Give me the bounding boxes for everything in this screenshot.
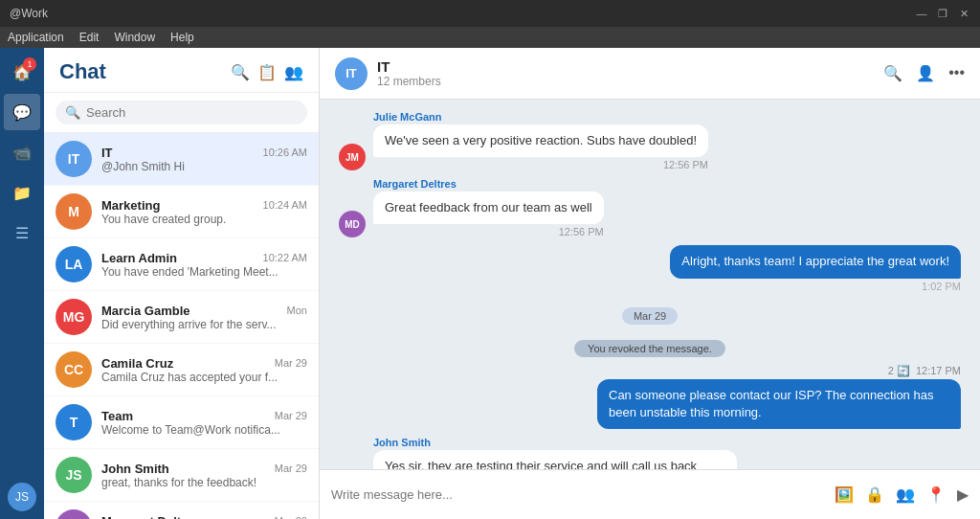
sender-name: Margaret Deltres	[373, 178, 604, 190]
chat-item-time: Mar 28	[275, 515, 307, 519]
chat-list-item[interactable]: MD Margaret Deltres Mar 28 yeap, see you…	[44, 502, 319, 519]
chat-item-time: 10:26 AM	[263, 147, 307, 158]
chat-list-item[interactable]: CC Camila Cruz Mar 29 Camila Cruz has ac…	[44, 344, 319, 396]
new-chat-icon[interactable]: 📋	[257, 63, 277, 81]
nav-home[interactable]: 🏠 1	[4, 54, 40, 90]
input-actions: 🖼️ 🔒 👥 📍 ▶	[835, 485, 969, 504]
members-icon[interactable]: 👥	[896, 485, 915, 504]
chat-item-info: Learn Admin 10:22 AM You have ended 'Mar…	[101, 251, 307, 279]
titlebar-controls: — ❐ ✕	[915, 7, 970, 20]
nav-menu[interactable]: ☰	[4, 214, 40, 251]
chat-item-preview: You have ended 'Marketing Meet...	[101, 265, 307, 279]
lock-icon[interactable]: 🔒	[865, 485, 884, 504]
message-row: JM Julie McGann We've seen a very positi…	[339, 111, 961, 170]
chat-icon: 💬	[12, 103, 32, 122]
chat-item-info: Margaret Deltres Mar 28 yeap, see you Ma…	[101, 514, 307, 520]
messages-area: JM Julie McGann We've seen a very positi…	[320, 100, 980, 469]
chat-list-header: Chat 🔍 📋 👥	[44, 48, 319, 93]
chat-item-name: Learn Admin	[101, 251, 177, 265]
header-icons: 🔍 📋 👥	[231, 63, 303, 81]
chat-item-avatar: MG	[56, 299, 92, 335]
chat-list-item[interactable]: JS John Smith Mar 29 great, thanks for t…	[44, 449, 319, 502]
chat-item-avatar: CC	[56, 351, 92, 388]
message-bubble: We've seen a very positive reaction. Sub…	[373, 124, 708, 157]
menu-application[interactable]: Application	[8, 31, 64, 44]
chat-item-time: Mar 29	[275, 357, 307, 369]
chat-list-item[interactable]: IT IT 10:26 AM @John Smith Hi	[44, 133, 319, 186]
chat-item-name: Team	[101, 409, 133, 423]
nav-badge: 1	[23, 57, 36, 71]
message-time: 12:56 PM	[373, 159, 708, 170]
search-header-icon[interactable]: 🔍	[231, 63, 250, 81]
menubar: Application Edit Window Help	[0, 27, 980, 48]
sender-avatar: JM	[339, 144, 366, 170]
chat-item-preview: You have created group.	[101, 213, 307, 226]
chat-item-avatar: T	[56, 404, 92, 440]
nav-chat[interactable]: 💬	[4, 94, 40, 130]
chat-list-item[interactable]: LA Learn Admin 10:22 AM You have ended '…	[44, 238, 319, 291]
chat-name-row: Camila Cruz Mar 29	[101, 356, 307, 371]
chat-item-preview: great, thanks for the feedback!	[101, 476, 307, 489]
titlebar-title: @Work	[10, 7, 48, 20]
chat-item-info: Camila Cruz Mar 29 Camila Cruz has accep…	[101, 356, 307, 384]
send-icon[interactable]: ▶	[957, 485, 969, 504]
chat-name-row: Team Mar 29	[101, 409, 307, 423]
message-bubble: Great feedback from our team as well	[373, 192, 604, 224]
nav-files[interactable]: 📁	[4, 174, 40, 211]
sender-name: John Smith	[373, 437, 737, 448]
chat-item-preview: Did everything arrive for the serv...	[101, 318, 307, 331]
message-content: John Smith Yes sir, they are testing the…	[373, 437, 737, 469]
chat-item-avatar: IT	[56, 141, 92, 177]
menu-window[interactable]: Window	[114, 31, 155, 44]
system-message: You revoked the message.	[339, 340, 961, 357]
chat-item-name: Margaret Deltres	[101, 514, 200, 520]
nav-sidebar: 🏠 1 💬 📹 📁 ☰ JS	[0, 48, 44, 519]
chat-header-name: IT	[377, 58, 874, 75]
maximize-button[interactable]: ❐	[936, 7, 949, 20]
chat-header: IT IT 12 members 🔍 👤 •••	[320, 48, 980, 100]
chat-item-time: Mon	[287, 305, 307, 316]
search-box: 🔍	[44, 93, 319, 133]
location-icon[interactable]: 📍	[926, 485, 946, 504]
sender-name: Julie McGann	[373, 111, 708, 123]
chat-item-preview: Welcome to Team@Work notifica...	[101, 423, 307, 437]
message-bubble: Alright, thanks team! I appreciate the g…	[670, 245, 961, 278]
minimize-button[interactable]: —	[915, 7, 928, 20]
user-avatar[interactable]: JS	[8, 483, 36, 511]
message-input[interactable]	[331, 487, 825, 502]
chat-list-item[interactable]: M Marketing 10:24 AM You have created gr…	[44, 186, 319, 238]
titlebar: @Work — ❐ ✕	[0, 0, 980, 27]
message-send-time: 12:17 PM	[916, 365, 961, 376]
message-row: Alright, thanks team! I appreciate the g…	[339, 245, 961, 291]
system-chip: You revoked the message.	[574, 340, 725, 357]
chat-item-name: John Smith	[101, 462, 169, 476]
search-messages-icon[interactable]: 🔍	[883, 64, 902, 82]
chat-list-panel: Chat 🔍 📋 👥 🔍 IT IT 10:26 AM @John Smith …	[44, 48, 320, 519]
sender-avatar: MD	[339, 211, 366, 237]
menu-help[interactable]: Help	[170, 31, 194, 44]
chat-header-actions: 🔍 👤 •••	[883, 64, 965, 82]
menu-edit[interactable]: Edit	[79, 31, 100, 44]
message-bubble: Can someone please contact our ISP? The …	[597, 379, 961, 429]
chat-item-name: Marcia Gamble	[101, 304, 190, 318]
date-divider: Mar 29	[339, 307, 961, 325]
message-content: 2 🔄 12:17 PM Can someone please contact …	[597, 365, 961, 429]
menu-icon: ☰	[15, 224, 29, 242]
contacts-icon[interactable]: 👥	[284, 63, 303, 81]
chat-list-item[interactable]: T Team Mar 29 Welcome to Team@Work notif…	[44, 396, 319, 449]
more-options-icon[interactable]: •••	[948, 64, 965, 82]
chat-list-item[interactable]: MG Marcia Gamble Mon Did everything arri…	[44, 291, 319, 344]
search-input[interactable]	[86, 105, 298, 120]
add-member-icon[interactable]: 👤	[916, 64, 935, 82]
message-content: Margaret Deltres Great feedback from our…	[373, 178, 604, 237]
chat-item-preview: Camila Cruz has accepted your f...	[101, 371, 307, 384]
chat-name-row: IT 10:26 AM	[101, 146, 307, 160]
message-count: 2 🔄	[888, 365, 910, 377]
close-button[interactable]: ✕	[957, 7, 970, 20]
chat-item-name: Marketing	[101, 198, 160, 213]
nav-video[interactable]: 📹	[4, 134, 40, 170]
message-row: 2 🔄 12:17 PM Can someone please contact …	[339, 365, 961, 429]
chat-name-row: Margaret Deltres Mar 28	[101, 514, 307, 520]
message-row: MD Margaret Deltres Great feedback from …	[339, 178, 961, 237]
image-attach-icon[interactable]: 🖼️	[835, 485, 854, 504]
